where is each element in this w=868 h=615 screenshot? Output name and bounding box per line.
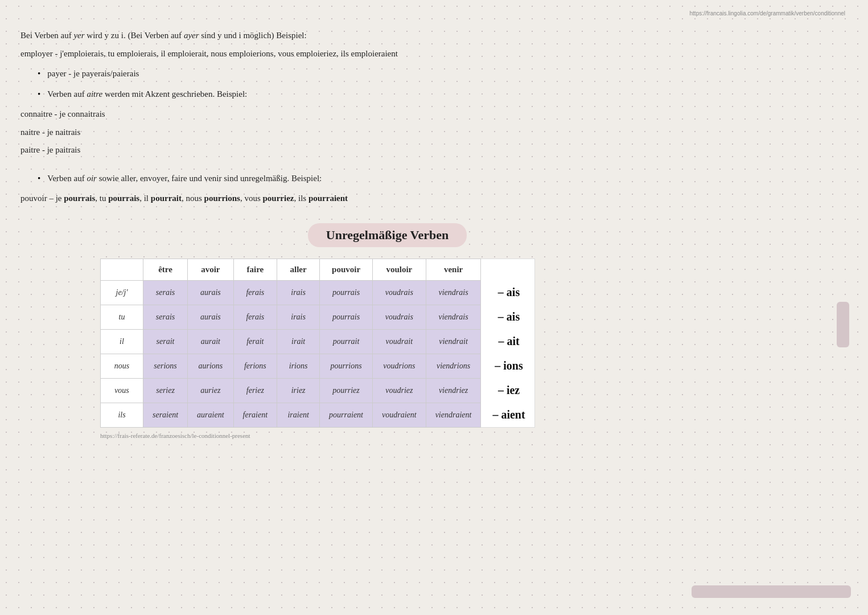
main-content: Bei Verben auf yer wird y zu i. (Bei Ver… xyxy=(20,28,697,439)
page-url-top: https://francais.lingolia.com/de/grammat… xyxy=(690,10,845,17)
intro-para-1: Bei Verben auf yer wird y zu i. (Bei Ver… xyxy=(20,28,697,43)
bullet-payer-text: payer - je payerais/paierais xyxy=(47,67,139,81)
bullet-payer: • payer - je payerais/paierais xyxy=(38,67,697,81)
etre-il: serait xyxy=(143,329,188,354)
table-row: vous seriez auriez feriez iriez pourriez… xyxy=(101,378,535,403)
vouloir-il: voudrait xyxy=(373,329,426,354)
header-venir: venir xyxy=(426,259,481,280)
vouloir-vous: voudriez xyxy=(373,378,426,403)
bullet-dot-3: • xyxy=(38,171,40,186)
etre-nous: serions xyxy=(143,354,188,378)
avoir-je: aurais xyxy=(188,280,233,305)
pouvoir-ils: pourraient xyxy=(320,403,373,428)
etre-je: serais xyxy=(143,280,188,305)
pouvoir-je: pourrais xyxy=(320,280,373,305)
header-etre: être xyxy=(143,259,188,280)
faire-tu: ferais xyxy=(233,305,277,329)
header-aller: aller xyxy=(277,259,320,280)
aller-vous: iriez xyxy=(277,378,320,403)
pronoun-tu: tu xyxy=(101,305,143,329)
header-avoir: avoir xyxy=(188,259,233,280)
venir-nous: viendrions xyxy=(426,354,481,378)
section-heading-container: Unregelmäßige Verben xyxy=(77,223,697,247)
vouloir-tu: voudrais xyxy=(373,305,426,329)
avoir-vous: auriez xyxy=(188,378,233,403)
etre-tu: serais xyxy=(143,305,188,329)
avoir-tu: aurais xyxy=(188,305,233,329)
venir-il: viendrait xyxy=(426,329,481,354)
header-faire: faire xyxy=(233,259,277,280)
table-row: il serait aurait ferait irait pourrait v… xyxy=(101,329,535,354)
table-header-row: être avoir faire aller pouvoir vouloir v… xyxy=(101,259,535,280)
aller-je: irais xyxy=(277,280,320,305)
source-link-bottom: https://frais-referate.de/franzoesisch/l… xyxy=(100,432,697,439)
aller-il: irait xyxy=(277,329,320,354)
faire-nous: ferions xyxy=(233,354,277,378)
bullet-aitre-text: Verben auf aitre werden mit Akzent gesch… xyxy=(47,87,247,102)
etre-vous: seriez xyxy=(143,378,188,403)
pouvoir-nous: pourrions xyxy=(320,354,373,378)
suffix-ait: – ait xyxy=(481,329,534,354)
vouloir-ils: voudraient xyxy=(373,403,426,428)
scrollbar-thumb[interactable] xyxy=(837,302,849,347)
vouloir-je: voudrais xyxy=(373,280,426,305)
avoir-ils: auraient xyxy=(188,403,233,428)
aller-ils: iraient xyxy=(277,403,320,428)
intro-para-2: employer - j'emploierais, tu emploierais… xyxy=(20,47,697,62)
intro-section: Bei Verben auf yer wird y zu i. (Bei Ver… xyxy=(20,28,697,158)
table-container: être avoir faire aller pouvoir vouloir v… xyxy=(100,259,640,428)
bullet-oir: • Verben auf oir sowie aller, envoyer, f… xyxy=(38,171,697,186)
scrollbar-vertical[interactable] xyxy=(835,279,851,473)
connaitre-line: connaitre - je connaitrais xyxy=(20,107,697,122)
pronoun-vous: vous xyxy=(101,378,143,403)
pouvoir-tu: pourrais xyxy=(320,305,373,329)
suffix-ions: – ions xyxy=(481,354,534,378)
header-pouvoir: pouvoir xyxy=(320,259,373,280)
bullet-dot-1: • xyxy=(38,67,40,81)
paitre-line: paitre - je paitrais xyxy=(20,143,697,158)
table-row: tu serais aurais ferais irais pourrais v… xyxy=(101,305,535,329)
venir-vous: viendriez xyxy=(426,378,481,403)
faire-je: ferais xyxy=(233,280,277,305)
pronoun-nous: nous xyxy=(101,354,143,378)
pronoun-je: je/j' xyxy=(101,280,143,305)
pouvoir-il: pourrait xyxy=(320,329,373,354)
suffix-ais-1: – ais xyxy=(481,280,534,305)
bullet-aitre: • Verben auf aitre werden mit Akzent ges… xyxy=(38,87,697,102)
aller-tu: irais xyxy=(277,305,320,329)
avoir-nous: aurions xyxy=(188,354,233,378)
aller-nous: irions xyxy=(277,354,320,378)
venir-ils: viendraient xyxy=(426,403,481,428)
venir-tu: viendrais xyxy=(426,305,481,329)
table-row: nous serions aurions ferions irions pour… xyxy=(101,354,535,378)
naitre-line: naitre - je naitrais xyxy=(20,125,697,140)
pronoun-il: il xyxy=(101,329,143,354)
scrollbar-horizontal[interactable] xyxy=(692,585,851,598)
avoir-il: aurait xyxy=(188,329,233,354)
suffix-ais-2: – ais xyxy=(481,305,534,329)
irregular-verbs-table: être avoir faire aller pouvoir vouloir v… xyxy=(100,259,535,428)
header-vouloir: vouloir xyxy=(373,259,426,280)
table-row: ils seraient auraient feraient iraient p… xyxy=(101,403,535,428)
faire-ils: feraient xyxy=(233,403,277,428)
vouloir-nous: voudrions xyxy=(373,354,426,378)
pouvoir-line: pouvoir – je pourrais, tu pourrais, il p… xyxy=(20,191,697,206)
suffix-iez: – iez xyxy=(481,378,534,403)
header-empty xyxy=(101,259,143,280)
pronoun-ils: ils xyxy=(101,403,143,428)
faire-il: ferait xyxy=(233,329,277,354)
table-row: je/j' serais aurais ferais irais pourrai… xyxy=(101,280,535,305)
bullet-dot-2: • xyxy=(38,87,40,102)
bullet-oir-text: Verben auf oir sowie aller, envoyer, fai… xyxy=(47,171,322,186)
suffix-aient: – aient xyxy=(481,403,534,428)
venir-je: viendrais xyxy=(426,280,481,305)
faire-vous: feriez xyxy=(233,378,277,403)
section-heading: Unregelmäßige Verben xyxy=(308,223,467,247)
pouvoir-vous: pourriez xyxy=(320,378,373,403)
etre-ils: seraient xyxy=(143,403,188,428)
